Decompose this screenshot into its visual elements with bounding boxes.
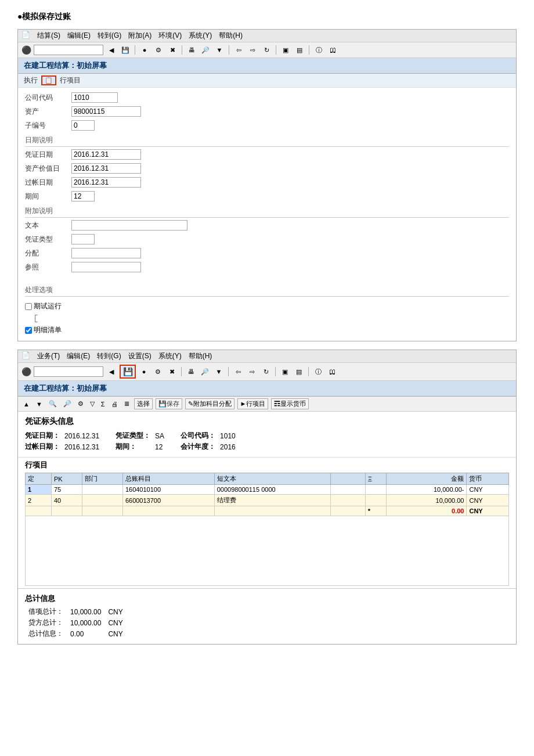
text-input[interactable] [71, 220, 187, 231]
period-input[interactable] [71, 191, 95, 201]
voucher-date-input[interactable] [71, 149, 141, 160]
vh-company-code-value: 1010 [220, 430, 240, 441]
info-btn-2[interactable]: 🕮 [326, 366, 338, 377]
copy-btn[interactable]: ● [139, 44, 150, 56]
next-btn-2[interactable]: ⇨ [246, 366, 258, 377]
layout-btn2a[interactable]: ▣ [279, 366, 291, 377]
search-next-btn[interactable]: 🔎 [62, 399, 73, 408]
print-btn-2[interactable]: 🖶 [185, 366, 197, 377]
execute-btn[interactable]: 📋 [41, 75, 56, 85]
col-amount: 金额 [386, 473, 467, 485]
help-btn[interactable]: ⓘ [313, 44, 324, 56]
attach-allocation-btn[interactable]: ✎附加科目分配 [185, 398, 234, 409]
menu2-item-bangzhu[interactable]: 帮助(H) [189, 351, 212, 361]
vh-voucher-date-label: 凭证日期： [25, 430, 64, 441]
asset-label: 资产 [25, 107, 71, 117]
total-text [214, 506, 330, 516]
arrow-left-btn[interactable]: ◀ [106, 44, 117, 56]
line-items-title: 行项目 [25, 460, 509, 470]
down-btn[interactable]: ▼ [34, 400, 44, 408]
row-items-label[interactable]: 行项目 [60, 75, 81, 85]
next-btn[interactable]: ⇨ [247, 44, 258, 56]
credit-label: 贷方总计： [25, 617, 67, 628]
voucher-header-info: 凭证标头信息 凭证日期： 2016.12.31 凭证类型： SA 公司代码： 1… [18, 412, 516, 458]
print-icon-btn[interactable]: 🖨 [110, 400, 120, 408]
print-btn[interactable]: 🖶 [186, 44, 197, 56]
format-btn[interactable]: ≣ [122, 399, 131, 408]
menu-item-jiesuan[interactable]: 结算(S) [37, 31, 60, 41]
menu-item-bangzhu[interactable]: 帮助(H) [219, 31, 243, 41]
table-header-row: 定 PK 部门 总账科目 短文本 Ξ 金额 货币 [26, 473, 509, 485]
info-btn[interactable]: 🕮 [327, 44, 338, 56]
find-btn[interactable]: 🔎 [200, 44, 211, 56]
save-icon-btn[interactable]: 💾 [120, 44, 131, 56]
detail-list-checkbox[interactable] [25, 327, 32, 334]
toolbar-input-2[interactable] [34, 366, 103, 377]
select-btn[interactable]: 选择 [134, 398, 153, 409]
layout-btn2[interactable]: ▤ [294, 44, 305, 56]
find-btn-2[interactable]: 🔎 [199, 366, 211, 377]
menu-item-fujia[interactable]: 附加(A) [128, 31, 151, 41]
text-group: 文本 [25, 220, 509, 231]
history-btn[interactable]: ↻ [261, 44, 272, 56]
toolbar-2: ⚫ ◀ 💾 ● ⚙ ✖ 🖶 🔎 ▼ ⇦ ⇨ ↻ ▣ ▤ ⓘ 🕮 [18, 363, 516, 381]
history-btn-2[interactable]: ↻ [260, 366, 272, 377]
toolbar-input-1[interactable] [34, 45, 103, 55]
window-panel-2: 📄 业务(T) 编辑(E) 转到(G) 设置(S) 系统(Y) 帮助(H) ⚫ … [17, 350, 517, 645]
settings-btn-2[interactable]: ⚙ [152, 366, 164, 377]
layout-btn2b[interactable]: ▤ [293, 366, 305, 377]
menu-item-bianji[interactable]: 编辑(E) [67, 31, 91, 41]
display-currency-btn[interactable]: ☶显示货币 [271, 398, 309, 409]
menu-item-xitong[interactable]: 系统(Y) [189, 31, 212, 41]
layout-btn1[interactable]: ▣ [280, 44, 291, 56]
cancel-btn-2[interactable]: ✖ [166, 366, 178, 377]
cancel-btn[interactable]: ✖ [167, 44, 178, 56]
total-account [122, 506, 214, 516]
w2-save-btn[interactable]: 💾保存 [156, 398, 182, 409]
row1-seq: 1 [26, 485, 52, 495]
voucher-type-input[interactable] [71, 234, 95, 244]
execute-icon[interactable]: ⚫ [21, 45, 31, 55]
find-next-btn[interactable]: ▼ [214, 44, 225, 56]
menu2-item-xitong[interactable]: 系统(Y) [158, 351, 182, 361]
arrow-left-btn-2[interactable]: ◀ [106, 366, 117, 377]
col-xi: Ξ [365, 473, 386, 485]
menu-item-zhuandao[interactable]: 转到(G) [98, 31, 121, 41]
sum-btn[interactable]: Σ [99, 400, 107, 408]
execute-icon-2[interactable]: ⚫ [21, 367, 31, 376]
prev-btn[interactable]: ⇦ [233, 44, 244, 56]
menu2-item-bianji[interactable]: 编辑(E) [67, 351, 90, 361]
test-run-checkbox[interactable] [25, 303, 32, 310]
menu2-item-yewu[interactable]: 业务(T) [37, 351, 60, 361]
subnum-input[interactable] [71, 120, 95, 131]
post-date-label: 过帐日期 [25, 178, 71, 188]
search-btn[interactable]: 🔍 [47, 399, 59, 408]
test-run-bracket-open: ┌ [33, 311, 38, 318]
company-code-input[interactable] [71, 92, 118, 103]
menu2-item-zhuandao[interactable]: 转到(G) [97, 351, 121, 361]
post-date-input[interactable] [71, 177, 141, 188]
menu2-item-shezhi[interactable]: 设置(S) [128, 351, 151, 361]
filter-btn[interactable]: ▽ [88, 399, 96, 408]
menu-item-huanjing[interactable]: 环境(V) [158, 31, 182, 41]
copy-btn-2[interactable]: ● [138, 366, 150, 377]
reference-input[interactable] [71, 262, 141, 272]
find-next-btn-2[interactable]: ▼ [213, 366, 225, 377]
text-label: 文本 [25, 221, 71, 231]
sep-2c [275, 367, 276, 376]
asset-input[interactable] [71, 106, 141, 117]
total-label: 总计信息： [25, 628, 67, 639]
row1-short-text: 000098000115 0000 [214, 485, 330, 495]
save-icon-btn-2[interactable]: 💾 [122, 366, 134, 377]
up-btn[interactable]: ▲ [21, 400, 31, 408]
help-btn-2[interactable]: ⓘ [312, 366, 324, 377]
row-items-btn[interactable]: ►行项目 [237, 398, 269, 409]
settings-btn[interactable]: ⚙ [153, 44, 164, 56]
allocation-input[interactable] [71, 248, 141, 258]
settings-icon-btn[interactable]: ⚙ [76, 399, 85, 408]
sep-5 [309, 45, 309, 55]
asset-value-date-input[interactable] [71, 163, 141, 174]
menu-icon-2: 📄 [21, 351, 30, 361]
window-panel-1: 📄 结算(S) 编辑(E) 转到(G) 附加(A) 环境(V) 系统(Y) 帮助… [17, 29, 517, 341]
prev-btn-2[interactable]: ⇦ [232, 366, 244, 377]
